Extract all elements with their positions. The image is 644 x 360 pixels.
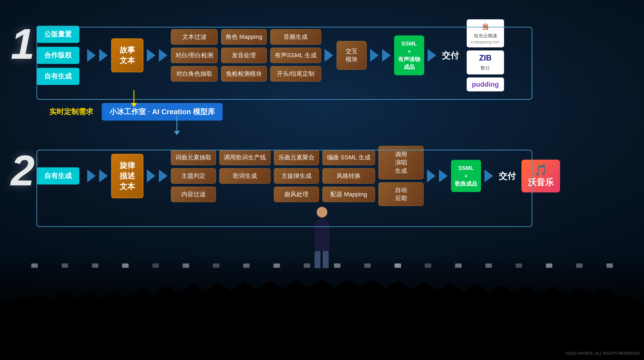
phone-lights: [0, 264, 644, 296]
realtime-label: 实时定制需求: [49, 107, 93, 117]
down-arrow-connector: [174, 114, 180, 135]
watermark: ©2023 XIAOICE. ALL RIGHTS RESERVED: [565, 351, 640, 356]
section-number-1: 1: [11, 19, 34, 69]
up-arrow-connector: [131, 90, 137, 107]
section-number-2: 2: [11, 146, 34, 195]
ai-box: 小冰工作室 · AI Creation 模型库: [102, 103, 222, 121]
slide-content: 1 2 公版量置 合作版权 自有生成 故事文本 文本过滤 对白/旁白检测 对白角…: [11, 6, 633, 242]
row1-outline: [36, 27, 532, 100]
row2-outline: [36, 150, 532, 227]
